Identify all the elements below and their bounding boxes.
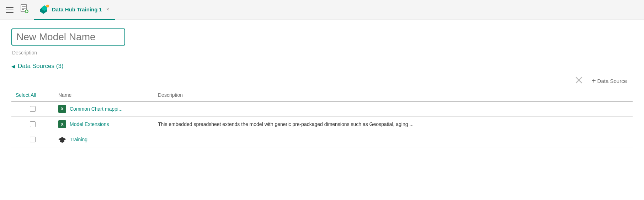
table-row: Training <box>11 132 633 147</box>
table-row: XCommon Chart mappi... <box>11 101 633 117</box>
row-checkbox-cell <box>11 132 54 147</box>
graduation-cap-icon <box>58 136 66 143</box>
add-datasource-label: Data Source <box>597 78 627 84</box>
row-description-cell <box>154 101 633 117</box>
row-checkbox-2[interactable] <box>30 121 36 127</box>
section-toggle-icon[interactable]: ◀ <box>11 64 15 69</box>
row-checkbox-1[interactable] <box>30 106 36 112</box>
excel-icon: X <box>58 105 66 113</box>
main-content: Description ◀ Data Sources (3) + Data So… <box>0 20 644 200</box>
close-tab-icon[interactable]: × <box>106 6 109 12</box>
description-label: Description <box>11 50 633 56</box>
tab-data-hub-training[interactable]: Data Hub Training 1 × <box>34 0 115 20</box>
row-name-link[interactable]: Training <box>70 137 87 142</box>
select-all-link[interactable]: Select All <box>16 92 36 98</box>
col-header-select-all: Select All <box>11 89 54 101</box>
svg-text:X: X <box>61 122 64 126</box>
new-document-icon[interactable] <box>19 3 30 17</box>
data-sources-table: Select All Name Description XCommon Char… <box>11 89 633 147</box>
plus-icon: + <box>592 77 596 85</box>
row-description-text: This embedded spreadsheet extends the mo… <box>158 121 414 127</box>
model-name-input[interactable] <box>11 28 125 46</box>
row-name-cell: XModel Extensions <box>54 117 154 132</box>
row-name-link[interactable]: Common Chart mappi... <box>70 106 123 112</box>
col-header-name: Name <box>54 89 154 101</box>
row-checkbox-cell <box>11 101 54 117</box>
table-row: XModel ExtensionsThis embedded spreadshe… <box>11 117 633 132</box>
delete-selected-icon[interactable] <box>575 76 583 86</box>
row-checkbox-cell <box>11 117 54 132</box>
row-name-cell: XCommon Chart mappi... <box>54 101 154 117</box>
data-sources-section-header: ◀ Data Sources (3) <box>11 63 633 70</box>
tab-stacked-layers-icon <box>40 5 49 14</box>
top-bar: Data Hub Training 1 × <box>0 0 644 20</box>
tab-label: Data Hub Training 1 <box>52 6 102 12</box>
row-description-cell: This embedded spreadsheet extends the mo… <box>154 117 633 132</box>
svg-marker-13 <box>58 137 66 141</box>
excel-icon: X <box>58 120 66 128</box>
add-datasource-button[interactable]: + Data Source <box>589 75 630 86</box>
row-checkbox-3[interactable] <box>30 137 36 142</box>
row-name-link[interactable]: Model Extensions <box>70 121 109 127</box>
row-description-cell <box>154 132 633 147</box>
table-toolbar: + Data Source <box>11 75 633 86</box>
svg-text:X: X <box>61 107 64 111</box>
hamburger-menu-icon[interactable] <box>4 6 15 14</box>
row-name-cell: Training <box>54 132 154 147</box>
col-header-description: Description <box>154 89 633 101</box>
section-title[interactable]: Data Sources (3) <box>18 63 64 70</box>
